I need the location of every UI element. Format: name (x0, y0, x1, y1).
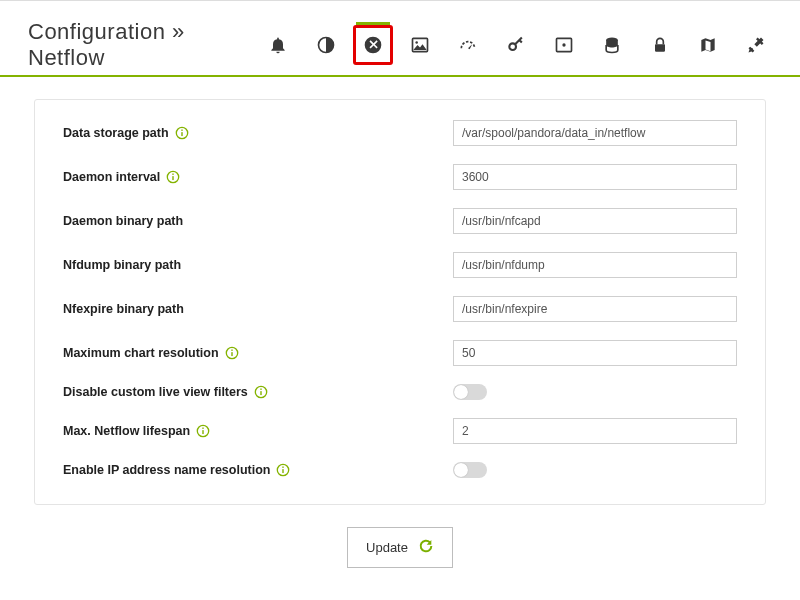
svg-rect-26 (283, 467, 284, 468)
svg-point-6 (562, 43, 565, 46)
toolbar-item-key[interactable] (500, 29, 532, 61)
form-row: Nfdump binary path (63, 252, 737, 278)
field-label-text: Max. Netflow lifespan (63, 424, 190, 438)
field-label-text: Daemon interval (63, 170, 160, 184)
map-icon (694, 31, 722, 59)
toggle-switch[interactable] (453, 384, 487, 400)
form-row: Disable custom live view filters (63, 384, 737, 400)
tools-icon (742, 31, 770, 59)
lock-icon (646, 31, 674, 59)
stack-icon (598, 31, 626, 59)
contrast-icon (312, 31, 340, 59)
toolbar-item-image[interactable] (404, 29, 436, 61)
field-label: Maximum chart resolution (63, 346, 453, 360)
bell-icon (264, 31, 292, 59)
text-input[interactable] (453, 208, 737, 234)
svg-rect-8 (655, 44, 665, 51)
form-row: Nfexpire binary path (63, 296, 737, 322)
field-label: Daemon binary path (63, 214, 453, 228)
field-label: Nfdump binary path (63, 258, 453, 272)
toolbar-item-stack[interactable] (596, 29, 628, 61)
svg-rect-11 (181, 130, 182, 131)
field-control (453, 418, 737, 444)
toolbar-item-netflow[interactable] (353, 25, 393, 65)
field-control (453, 462, 737, 478)
field-label: Nfexpire binary path (63, 302, 453, 316)
field-control (453, 340, 737, 366)
field-label-text: Enable IP address name resolution (63, 463, 270, 477)
form-row: Max. Netflow lifespan (63, 418, 737, 444)
update-button-label: Update (366, 540, 408, 555)
info-icon[interactable] (254, 385, 268, 399)
field-label-text: Daemon binary path (63, 214, 183, 228)
text-input[interactable] (453, 252, 737, 278)
form-row: Maximum chart resolution (63, 340, 737, 366)
svg-rect-25 (283, 469, 284, 473)
text-input[interactable] (453, 120, 737, 146)
toolbar-item-contrast[interactable] (310, 29, 342, 61)
toolbar-item-gauge[interactable] (452, 29, 484, 61)
toolbar-item-bell[interactable] (262, 29, 294, 61)
svg-rect-10 (181, 132, 182, 136)
field-label-text: Data storage path (63, 126, 169, 140)
text-input[interactable] (453, 340, 737, 366)
info-icon[interactable] (196, 424, 210, 438)
field-control (453, 120, 737, 146)
field-label: Data storage path (63, 126, 453, 140)
svg-point-3 (415, 41, 418, 44)
toolbar-item-lock[interactable] (644, 29, 676, 61)
monitor-icon (550, 31, 578, 59)
page-title: Configuration » Netflow (28, 19, 262, 71)
toggle-switch[interactable] (453, 462, 487, 478)
toolbar-item-map[interactable] (692, 29, 724, 61)
svg-rect-13 (173, 176, 174, 180)
update-button[interactable]: Update (347, 527, 453, 568)
field-control (453, 164, 737, 190)
field-label-text: Maximum chart resolution (63, 346, 219, 360)
image-icon (406, 31, 434, 59)
field-label: Enable IP address name resolution (63, 463, 453, 477)
field-control (453, 384, 737, 400)
svg-rect-20 (260, 389, 261, 390)
field-label-text: Disable custom live view filters (63, 385, 248, 399)
toolbar (262, 29, 772, 61)
text-input[interactable] (453, 418, 737, 444)
text-input[interactable] (453, 164, 737, 190)
field-label: Max. Netflow lifespan (63, 424, 453, 438)
toolbar-item-tools[interactable] (740, 29, 772, 61)
info-icon[interactable] (166, 170, 180, 184)
form-row: Data storage path (63, 120, 737, 146)
svg-rect-23 (202, 428, 203, 429)
toolbar-item-monitor[interactable] (548, 29, 580, 61)
key-icon (502, 31, 530, 59)
form-row: Daemon binary path (63, 208, 737, 234)
svg-rect-22 (202, 430, 203, 434)
info-icon[interactable] (225, 346, 239, 360)
page-header: Configuration » Netflow (0, 0, 800, 77)
svg-rect-14 (173, 174, 174, 175)
form-row: Enable IP address name resolution (63, 462, 737, 478)
svg-point-4 (509, 43, 516, 50)
form-row: Daemon interval (63, 164, 737, 190)
field-label-text: Nfdump binary path (63, 258, 181, 272)
gauge-icon (454, 31, 482, 59)
svg-rect-16 (231, 352, 232, 356)
field-label-text: Nfexpire binary path (63, 302, 184, 316)
settings-panel: Data storage pathDaemon intervalDaemon b… (34, 99, 766, 505)
field-control (453, 252, 737, 278)
field-label: Daemon interval (63, 170, 453, 184)
svg-rect-19 (260, 391, 261, 395)
svg-rect-17 (231, 350, 232, 351)
field-control (453, 208, 737, 234)
field-control (453, 296, 737, 322)
info-icon[interactable] (276, 463, 290, 477)
netflow-icon (359, 31, 387, 59)
field-label: Disable custom live view filters (63, 385, 453, 399)
actions-bar: Update (0, 527, 800, 568)
text-input[interactable] (453, 296, 737, 322)
info-icon[interactable] (175, 126, 189, 140)
refresh-icon (418, 538, 434, 557)
